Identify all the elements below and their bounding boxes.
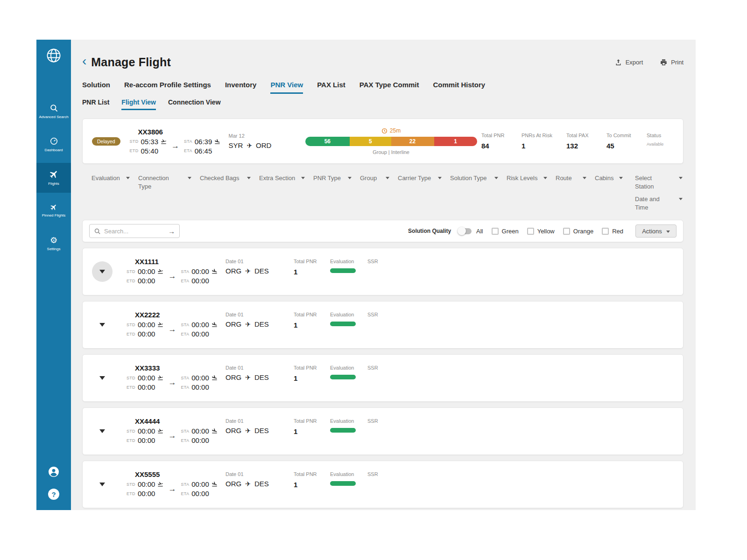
- eta-label: ETA: [181, 385, 189, 390]
- tab-flight-view[interactable]: Flight View: [121, 98, 156, 110]
- actions-button[interactable]: Actions: [635, 224, 677, 238]
- main-content: ‹ Manage Flight Export Print Solution Re…: [71, 40, 696, 510]
- yellow-checkbox[interactable]: [527, 228, 534, 235]
- takeoff-icon: [161, 139, 167, 145]
- header-actions: Export Print: [614, 58, 684, 66]
- globe-icon: [45, 47, 62, 64]
- search-submit-icon[interactable]: →: [168, 228, 175, 235]
- tab-reaccom-profile-settings[interactable]: Re-accom Profile Settings: [124, 81, 211, 94]
- etd-time: 00:00: [138, 490, 155, 497]
- destination-code: DES: [254, 267, 269, 275]
- origin-code: ORG: [226, 267, 241, 275]
- std-time: 05:33: [141, 138, 158, 146]
- export-button[interactable]: Export: [614, 58, 643, 66]
- tab-commit-history[interactable]: Commit History: [433, 81, 486, 94]
- eta-label: ETA: [181, 279, 189, 283]
- row-flight-leg: XX2222 STD 00:00 ETD 00:00 → S: [127, 311, 219, 338]
- primary-tabs: Solution Re-accom Profile Settings Inven…: [82, 81, 684, 94]
- filter-checked-bags[interactable]: Checked Bags: [200, 174, 259, 182]
- expand-row-button[interactable]: [92, 421, 113, 441]
- eta-time: 00:00: [191, 490, 209, 497]
- filter-date-and-time[interactable]: Date and Time: [635, 195, 684, 211]
- red-checkbox-label: Red: [612, 228, 623, 235]
- delay-indicator: 25m: [381, 127, 401, 134]
- page-header: ‹ Manage Flight Export Print: [82, 54, 684, 70]
- tab-inventory[interactable]: Inventory: [225, 81, 257, 94]
- flight-row: XX2222 STD 00:00 ETD 00:00 → S: [82, 301, 684, 349]
- etd-label: ETD: [127, 491, 135, 496]
- tab-pnr-view[interactable]: PNR View: [270, 81, 303, 94]
- filter-pnr-type[interactable]: PNR Type: [313, 174, 360, 182]
- route-plane-icon: ✈: [245, 374, 251, 381]
- chevron-down-icon: [348, 177, 352, 179]
- bar-caption: Group | Interline: [373, 149, 409, 155]
- filter-select-station[interactable]: Select Station: [635, 174, 684, 190]
- sidebar-item-pinned-flights[interactable]: Pinned Flights: [36, 196, 71, 226]
- orange-checkbox[interactable]: [563, 228, 570, 235]
- summary-route: Mar 12 SYR ✈ ORD: [229, 133, 281, 149]
- flight-row: XX5555 STD 00:00 ETD 00:00 → S: [82, 461, 684, 508]
- sta-time: 00:00: [191, 480, 209, 488]
- filter-route[interactable]: Route: [556, 174, 595, 182]
- flight-date: Mar 12: [229, 133, 281, 139]
- tab-solution[interactable]: Solution: [82, 81, 110, 94]
- route-plane-icon: ✈: [245, 480, 251, 488]
- summary-flight-leg: XX3806 STD 05:33 ETD 05:40 →: [130, 128, 222, 155]
- red-checkbox[interactable]: [602, 228, 609, 235]
- route-plane-icon: ✈: [245, 267, 251, 275]
- chevron-down-icon: [126, 177, 130, 179]
- sidebar-item-advanced-search[interactable]: Advanced Search: [36, 97, 71, 126]
- tab-pnr-list[interactable]: PNR List: [82, 98, 109, 110]
- expand-row-button[interactable]: [92, 474, 113, 495]
- filter-evaluation[interactable]: Evaluation: [92, 174, 138, 182]
- row-total-pnr: Total PNR 1: [294, 418, 330, 435]
- expand-row-button[interactable]: [92, 261, 113, 282]
- filter-extra-section[interactable]: Extra Section: [259, 174, 313, 182]
- user-icon[interactable]: [48, 466, 59, 477]
- std-time: 00:00: [138, 267, 155, 275]
- tab-pax-list[interactable]: PAX List: [317, 81, 345, 94]
- row-ssr: SSR: [367, 471, 378, 481]
- tab-pax-type-commit[interactable]: PAX Type Commit: [359, 81, 419, 94]
- filter-risk-levels[interactable]: Risk Levels: [507, 174, 556, 182]
- filter-solution-type[interactable]: Solution Type: [450, 174, 507, 182]
- search-icon: [94, 228, 101, 235]
- row-total-pnr: Total PNR 1: [294, 471, 330, 489]
- sta-label: STA: [181, 482, 189, 487]
- filter-group[interactable]: Group: [360, 174, 398, 182]
- sidebar-item-label: Dashboard: [43, 148, 64, 153]
- row-total-pnr: Total PNR 1: [294, 312, 330, 329]
- status-badge: Delayed: [92, 137, 120, 146]
- print-icon: [660, 58, 668, 66]
- filter-carrier-type[interactable]: Carrier Type: [398, 174, 450, 182]
- expand-row-button[interactable]: [92, 368, 113, 388]
- flight-date: Date 01: [226, 365, 278, 371]
- orange-checkbox-label: Orange: [573, 228, 593, 235]
- help-icon[interactable]: ?: [48, 489, 59, 500]
- solution-quality-toggle[interactable]: [458, 228, 472, 234]
- eta-time: 06:45: [195, 147, 212, 155]
- search-input[interactable]: [104, 228, 165, 235]
- filter-connection-type[interactable]: Connection Type: [138, 174, 200, 190]
- filter-cabins[interactable]: Cabins: [595, 174, 631, 182]
- etd-label: ETD: [127, 385, 135, 390]
- takeoff-icon: [157, 428, 163, 434]
- print-button[interactable]: Print: [660, 58, 684, 66]
- expand-row-button[interactable]: [92, 315, 113, 335]
- flight-date: Date 01: [226, 312, 278, 317]
- flight-number: XX4444: [135, 417, 219, 425]
- checkbox-group-yellow: Yellow: [527, 228, 555, 235]
- sidebar-item-flights[interactable]: Flights: [36, 163, 71, 193]
- gear-icon: ⚙: [50, 236, 57, 245]
- tab-connection-view[interactable]: Connection View: [168, 98, 221, 110]
- takeoff-icon: [157, 268, 163, 274]
- green-checkbox[interactable]: [492, 228, 499, 235]
- stat-to-commit: To Commit 45: [606, 133, 633, 150]
- origin-code: ORG: [226, 373, 241, 381]
- checkbox-group-red: Red: [602, 228, 623, 235]
- stat-total-pax: Total PAX 132: [566, 133, 592, 150]
- flight-summary-card: Delayed XX3806 STD 05:33 ETD 05:40: [82, 119, 684, 164]
- sidebar-item-settings[interactable]: ⚙ Settings: [36, 229, 71, 259]
- sidebar-item-dashboard[interactable]: Dashboard: [36, 130, 71, 160]
- back-chevron-icon[interactable]: ‹: [82, 55, 86, 68]
